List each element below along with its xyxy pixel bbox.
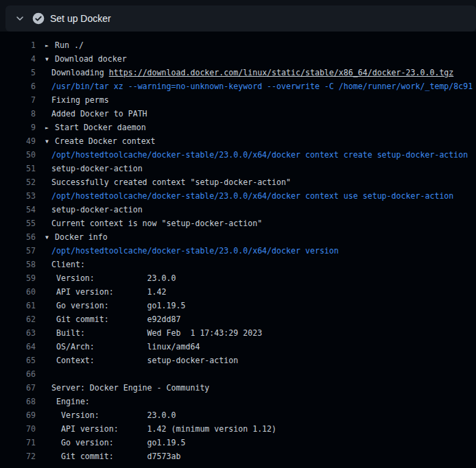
log-line: 58Client: (0, 258, 476, 271)
line-number[interactable]: 59 (0, 271, 36, 285)
line-number[interactable]: 4 (0, 52, 36, 66)
log-line: 68 Engine: (0, 395, 476, 408)
log-line: 5Downloading https://download.docker.com… (0, 66, 476, 79)
check-circle-icon (32, 12, 45, 25)
log-line: 60 API version: 1.42 (0, 285, 476, 299)
line-content: Downloading https://download.docker.com/… (36, 66, 453, 79)
line-number[interactable]: 52 (0, 175, 36, 189)
group-label: Start Docker daemon (55, 123, 146, 132)
line-content: Version: 23.0.0 (36, 408, 176, 422)
log-line: 70 API version: 1.42 (minimum version 1.… (0, 422, 476, 436)
line-number[interactable]: 5 (0, 66, 36, 79)
log-text: Client: (51, 260, 85, 269)
line-number[interactable]: 7 (0, 93, 36, 107)
line-number[interactable]: 55 (0, 217, 36, 230)
triangle-down-icon[interactable]: ▼ (45, 231, 55, 245)
log-group-row[interactable]: 49▼Create Docker context (0, 134, 476, 148)
log-line: 57/opt/hostedtoolcache/docker-stable/23.… (0, 244, 476, 258)
line-content: API version: 1.42 (36, 285, 167, 299)
line-content: Git commit: e92dd87 (36, 312, 180, 326)
line-number[interactable]: 68 (0, 395, 36, 408)
triangle-right-icon[interactable]: ► (45, 39, 55, 53)
log-group-row[interactable]: 56▼Docker info (0, 230, 476, 244)
line-number[interactable]: 67 (0, 381, 36, 395)
group-label: Run ./ (55, 40, 84, 50)
log-line: 53/opt/hostedtoolcache/docker-stable/23.… (0, 189, 476, 203)
log-lines: 1►Run ./4▼Download docker5Downloading ht… (0, 38, 476, 463)
line-content: Engine: (36, 395, 90, 408)
line-number[interactable]: 64 (0, 340, 36, 354)
line-number[interactable]: 51 (0, 162, 36, 175)
line-content: Client: (36, 258, 85, 271)
step-header[interactable]: Set up Docker (5, 5, 476, 32)
log-group-row[interactable]: 9►Start Docker daemon (0, 121, 476, 134)
line-number[interactable]: 62 (0, 312, 36, 326)
line-content: OS/Arch: linux/amd64 (36, 340, 200, 354)
line-number[interactable]: 60 (0, 285, 36, 299)
line-content: ▼Download docker (36, 52, 127, 66)
log-text: API version: 1.42 (minimum version 1.12) (51, 424, 276, 434)
triangle-down-icon[interactable]: ▼ (45, 135, 55, 149)
log-group-row[interactable]: 1►Run ./ (0, 38, 476, 52)
line-number[interactable]: 49 (0, 134, 36, 148)
triangle-down-icon[interactable]: ▼ (45, 53, 55, 66)
line-number[interactable]: 65 (0, 354, 36, 367)
log-command-text: /opt/hostedtoolcache/docker-stable/23.0.… (51, 150, 468, 160)
line-content (36, 367, 51, 381)
group-label: Create Docker context (55, 136, 156, 146)
log-text: setup-docker-action (51, 205, 143, 214)
line-number[interactable]: 9 (0, 121, 36, 134)
log-url-link[interactable]: https://download.docker.com/linux/static… (109, 68, 454, 77)
log-command-text: /usr/bin/tar xz --warning=no-unknown-key… (51, 82, 473, 91)
line-number[interactable]: 1 (0, 38, 36, 52)
line-number[interactable]: 57 (0, 244, 36, 258)
log-text: API version: 1.42 (51, 287, 167, 297)
line-content: Go version: go1.19.5 (36, 436, 185, 449)
line-content: ▼Create Docker context (36, 134, 156, 148)
line-number[interactable]: 70 (0, 422, 36, 436)
log-line: 64 OS/Arch: linux/amd64 (0, 340, 476, 354)
line-content: Built: Wed Feb 1 17:43:29 2023 (36, 326, 262, 340)
line-number[interactable]: 63 (0, 326, 36, 340)
line-number[interactable]: 50 (0, 148, 36, 162)
line-number[interactable]: 61 (0, 299, 36, 312)
line-content: /opt/hostedtoolcache/docker-stable/23.0.… (36, 189, 453, 203)
log-line: 59 Version: 23.0.0 (0, 271, 476, 285)
line-content: Successfully created context "setup-dock… (36, 175, 291, 189)
line-number[interactable]: 8 (0, 107, 36, 121)
log-line: 65 Context: setup-docker-action (0, 354, 476, 367)
line-content: Go version: go1.19.5 (36, 299, 185, 312)
line-number[interactable]: 54 (0, 203, 36, 217)
log-text: Version: 23.0.0 (51, 273, 176, 283)
log-line: 63 Built: Wed Feb 1 17:43:29 2023 (0, 326, 476, 340)
line-number[interactable]: 58 (0, 258, 36, 271)
log-command-text: /opt/hostedtoolcache/docker-stable/23.0.… (51, 191, 453, 201)
line-number[interactable]: 69 (0, 408, 36, 422)
line-content: Added Docker to PATH (36, 107, 147, 121)
line-number[interactable]: 53 (0, 189, 36, 203)
line-content: Current context is now "setup-docker-act… (36, 217, 262, 230)
log-text: Version: 23.0.0 (51, 410, 176, 420)
log-line: 62 Git commit: e92dd87 (0, 312, 476, 326)
line-number[interactable]: 6 (0, 79, 36, 93)
log-line: 51setup-docker-action (0, 162, 476, 175)
line-number[interactable]: 56 (0, 230, 36, 244)
group-label: Download docker (55, 54, 127, 64)
log-text: Server: Docker Engine - Community (51, 383, 209, 393)
log-text: OS/Arch: linux/amd64 (51, 342, 200, 352)
line-number[interactable]: 72 (0, 449, 36, 463)
log-group-row[interactable]: 4▼Download docker (0, 52, 476, 66)
log-text: Successfully created context "setup-dock… (51, 177, 291, 187)
triangle-right-icon[interactable]: ► (45, 121, 55, 135)
line-number[interactable]: 66 (0, 367, 36, 381)
line-content: /opt/hostedtoolcache/docker-stable/23.0.… (36, 244, 339, 258)
log-line: 8Added Docker to PATH (0, 107, 476, 121)
line-content: Git commit: d7573ab (36, 449, 180, 463)
log-command-text: /opt/hostedtoolcache/docker-stable/23.0.… (51, 246, 339, 256)
log-text: Engine: (51, 397, 90, 406)
log-line: 54setup-docker-action (0, 203, 476, 217)
chevron-down-icon[interactable] (12, 11, 27, 26)
line-content: ►Run ./ (36, 38, 84, 52)
log-text: Added Docker to PATH (51, 109, 147, 119)
line-number[interactable]: 71 (0, 436, 36, 449)
